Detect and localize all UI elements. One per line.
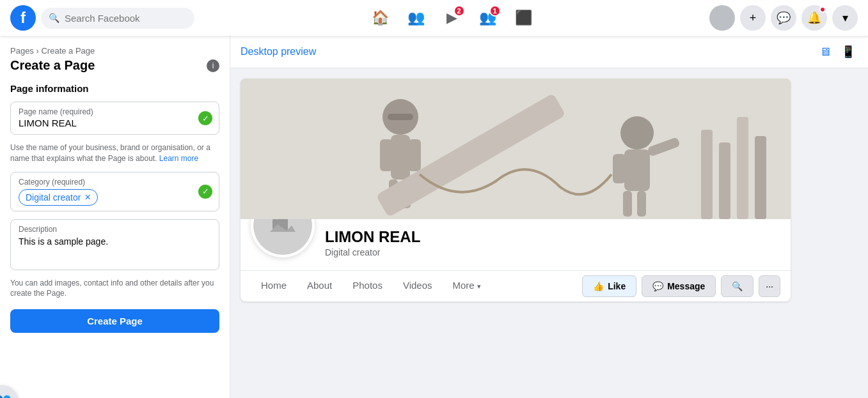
desktop-icon: 🖥: [819, 45, 831, 58]
create-page-button[interactable]: Create Page: [10, 309, 219, 333]
svg-rect-11: [624, 149, 650, 191]
cover-photo: [241, 79, 791, 219]
home-nav-button[interactable]: 🏠: [365, 3, 396, 33]
page-name-hint: Use the name of your business, brand or …: [10, 142, 219, 164]
nav-center-icons: 🏠 👥 ▶ 2 👥 1 ⬛: [200, 3, 704, 33]
info-icon[interactable]: i: [207, 59, 219, 72]
page-name-section: LIMON REAL Digital creator: [325, 220, 420, 257]
left-panel: Pages › Create a Page Create a Page i Pa…: [0, 36, 230, 398]
preview-header: Desktop preview 🖥 📱: [230, 36, 868, 68]
page-name-field: Page name (required) ✓: [10, 102, 219, 135]
page-nav-bar: Home About Photos Videos More ▾ 👍 Like 💬: [241, 270, 791, 302]
dots-icon: ···: [766, 281, 773, 291]
page-nav-actions: 👍 Like 💬 Message 🔍 ···: [582, 275, 780, 297]
gaming-nav-button[interactable]: ⬛: [509, 3, 539, 33]
page-info-section: LIMON REAL Digital creator: [241, 219, 791, 265]
page-nav-links: Home About Photos Videos More ▾: [251, 271, 582, 302]
plus-icon: +: [750, 11, 757, 25]
page-name-input[interactable]: [19, 118, 192, 128]
svg-rect-17: [719, 142, 730, 219]
page-category-display: Digital creator: [325, 247, 420, 257]
nav-right-area: + 💬 🔔 ▾: [709, 5, 858, 31]
svg-rect-4: [391, 135, 410, 180]
more-action-button[interactable]: ···: [759, 275, 780, 297]
people-icon: 👥: [0, 392, 12, 398]
learn-more-link[interactable]: Learn more: [159, 154, 198, 163]
svg-rect-5: [380, 139, 393, 171]
chevron-down-icon: ▾: [842, 11, 848, 25]
category-remove-button[interactable]: ×: [84, 192, 90, 203]
svg-rect-16: [701, 130, 713, 219]
message-action-button[interactable]: 💬 Message: [642, 275, 716, 297]
svg-rect-18: [737, 117, 748, 219]
category-tag: Digital creator ×: [19, 189, 98, 206]
nav-link-photos[interactable]: Photos: [342, 271, 393, 302]
breadcrumb-pages-link[interactable]: Pages: [10, 46, 34, 56]
nav-link-more[interactable]: More ▾: [443, 271, 491, 302]
gaming-icon: ⬛: [515, 10, 532, 26]
groups-badge: 1: [489, 5, 501, 17]
groups-nav-button[interactable]: 👥 1: [473, 3, 503, 33]
mobile-preview-button[interactable]: 📱: [839, 43, 858, 60]
messenger-small-icon: 💬: [652, 281, 663, 291]
search-icon: 🔍: [49, 13, 59, 23]
friends-icon: 👥: [407, 10, 425, 26]
main-layout: Pages › Create a Page Create a Page i Pa…: [0, 0, 868, 398]
preview-scrollable[interactable]: LIMON REAL Digital creator Home About Ph…: [230, 68, 868, 398]
description-value: This is a sample page.: [19, 236, 211, 247]
svg-rect-3: [388, 114, 413, 120]
search-small-icon: 🔍: [732, 281, 743, 291]
category-check-icon: ✓: [198, 185, 212, 199]
messenger-button[interactable]: 💬: [771, 5, 796, 31]
page-name-check-icon: ✓: [198, 111, 212, 125]
svg-rect-19: [755, 136, 766, 219]
notifications-button[interactable]: 🔔: [801, 5, 827, 31]
search-bar-container: 🔍: [41, 8, 194, 29]
preview-title: Desktop preview: [241, 46, 316, 57]
description-field[interactable]: Description This is a sample page.: [10, 219, 219, 270]
like-icon: 👍: [593, 281, 604, 291]
page-title: Create a Page: [10, 58, 95, 73]
preview-icons: 🖥 📱: [817, 43, 858, 60]
svg-point-10: [620, 116, 654, 149]
video-nav-button[interactable]: ▶ 2: [437, 3, 468, 33]
chevron-button[interactable]: ▾: [832, 5, 858, 31]
desktop-preview-button[interactable]: 🖥: [817, 43, 833, 60]
friends-nav-button[interactable]: 👥: [401, 3, 432, 33]
search-action-button[interactable]: 🔍: [721, 275, 754, 297]
nav-link-about[interactable]: About: [297, 271, 342, 302]
right-panel: Desktop preview 🖥 📱: [230, 36, 868, 398]
like-label: Like: [608, 281, 626, 291]
video-badge: 2: [454, 5, 465, 17]
plus-button[interactable]: +: [740, 5, 766, 31]
svg-rect-6: [408, 139, 421, 171]
search-input[interactable]: [65, 13, 187, 24]
page-information-label: Page information: [10, 83, 219, 94]
page-name-label: Page name (required): [19, 107, 211, 116]
message-label: Message: [667, 281, 705, 291]
home-icon: 🏠: [372, 10, 389, 26]
more-chevron-icon: ▾: [477, 282, 481, 290]
category-field: Category (required) Digital creator × ✓: [10, 172, 219, 211]
page-preview-card: LIMON REAL Digital creator Home About Ph…: [241, 79, 791, 302]
nav-link-home[interactable]: Home: [251, 271, 297, 302]
top-navigation: f 🔍 🏠 👥 ▶ 2 👥 1 ⬛ + 💬 🔔: [0, 0, 868, 36]
user-avatar[interactable]: [709, 5, 735, 31]
messenger-icon: 💬: [777, 11, 791, 25]
notification-dot: [819, 6, 826, 13]
svg-rect-12: [613, 154, 626, 183]
category-label: Category (required): [19, 178, 211, 187]
facebook-logo[interactable]: f: [10, 5, 36, 31]
breadcrumb: Pages › Create a Page: [10, 46, 219, 56]
breadcrumb-current: Create a Page: [41, 46, 95, 56]
nav-link-videos[interactable]: Videos: [393, 271, 443, 302]
svg-rect-15: [637, 191, 646, 217]
category-value: Digital creator: [26, 192, 81, 203]
like-action-button[interactable]: 👍 Like: [582, 275, 636, 297]
svg-rect-14: [623, 191, 632, 217]
description-label: Description: [19, 225, 211, 234]
add-info-hint: You can add images, contact info and oth…: [10, 278, 219, 300]
bell-icon: 🔔: [807, 11, 821, 25]
page-display-name: LIMON REAL: [325, 228, 420, 246]
mobile-icon: 📱: [841, 45, 855, 58]
